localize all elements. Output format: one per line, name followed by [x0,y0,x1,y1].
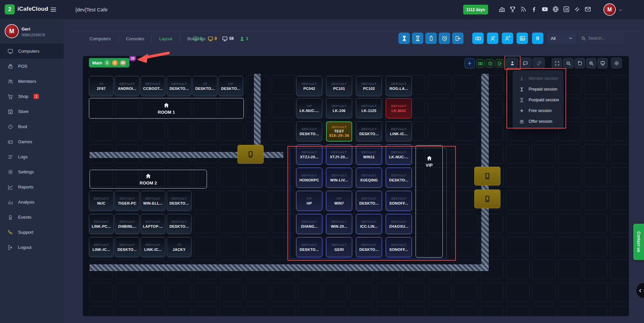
sidebar-item-members[interactable]: Members [0,74,64,89]
hamburger-menu-icon[interactable] [50,6,57,13]
sidebar-item-computers[interactable]: Computers [0,44,64,59]
mail-link[interactable] [584,6,591,13]
sidebar-item-support[interactable]: Support [0,225,64,240]
podium-link[interactable] [498,6,505,13]
computer-tile-TIGER-PC[interactable]: DEFAULTTIGER-PC [115,191,140,211]
sidebar-item-pos[interactable]: POS [0,59,64,74]
computer-tile-DESKTO[interactable]: AllDESKTO... [193,76,217,96]
computer-tile-LINK-IC[interactable]: DEFAULTLINK-IC... [141,237,165,257]
room-banner-vip[interactable]: VIP [416,145,443,258]
zoomout-button[interactable] [563,58,574,68]
i2-link[interactable] [563,6,570,13]
computer-tile-WIN7[interactable]: VIPWIN7 [326,191,352,211]
layers-link[interactable] [574,6,581,13]
computer-tile-DESKTO[interactable]: DEFAULTDESKTO... [115,237,140,257]
computer-tile-XTJY-20[interactable]: DEFAULTXTJY-20... [326,145,352,165]
edge-collapse-button[interactable]: ‹ [636,283,644,298]
expand-button[interactable] [552,58,562,68]
hourglassf-button[interactable] [398,33,410,44]
computer-tile-XTZJ-20[interactable]: DEFAULTXTZJ-20... [296,145,322,165]
computer-tile-LINK-IC[interactable]: DEFAULTLINK-IC... [386,121,412,142]
sidebar-item-store[interactable]: Store [0,104,64,119]
computer-tile-SONOFF[interactable]: DEFAULTSONOFF... [386,237,412,257]
facebook-link[interactable] [531,6,538,13]
computer-tile-SONOFF[interactable]: DEFAULTSONOFF... [386,191,412,211]
computer-tile-DESKTO[interactable]: DEFAULTDESKTO... [386,168,412,188]
user-avatar[interactable]: M [5,24,19,38]
computer-tile-DESKTO[interactable]: DEFAULTDESKTO... [296,121,322,142]
globe-link[interactable] [552,6,559,13]
history-button[interactable] [575,58,585,68]
computer-tile-PC101[interactable]: DEFAULTPC101 [326,76,352,96]
zoomin-button[interactable] [586,58,596,68]
sidebar-item-shop[interactable]: Shop1 [0,89,64,104]
sidebar-item-reports[interactable]: Reports [0,179,64,195]
money-button[interactable] [472,33,484,44]
contact-us-tab[interactable]: Contact us [633,224,644,260]
computer-tile-WIN11[interactable]: DEFAULTWIN11 [356,145,382,165]
settings-button[interactable] [611,58,622,68]
sidebar-item-analysis[interactable]: Analysis [0,195,64,210]
sidebar-item-boot[interactable]: Boot [0,119,64,134]
pause-button[interactable] [532,33,543,44]
computer-tile-PC042[interactable]: DEFAULTPC042 [296,76,322,96]
person-button[interactable] [506,58,518,68]
tab-computers[interactable]: Computers [82,36,118,41]
computer-tile-ZHIBINL[interactable]: DEFAULTZHIBINL... [115,214,140,234]
zone-main-button[interactable]: Main 1049 [89,58,129,67]
computer-tile-2F87[interactable]: All2F87 [89,76,114,96]
userstar-button[interactable] [487,33,498,44]
computer-tile-LK-NUC[interactable]: DEFAULTLK-NUC [386,98,412,118]
money-button[interactable] [476,59,485,68]
chat-button[interactable] [520,58,532,68]
youtube-link[interactable] [541,6,548,13]
computer-tile-ROG-LA[interactable]: DEFAULTROG-LA... [386,76,412,96]
days-remaining-badge[interactable]: 1112 days [463,5,488,14]
sidebar-item-events[interactable]: Events [0,210,64,225]
menu-item-offer-session[interactable]: Offer session [513,116,564,127]
hourglasso-button[interactable] [412,33,423,44]
computer-tile-DESKTO[interactable]: DEFAULTDESKTO... [167,214,192,234]
sidebar-item-settings[interactable]: Settings [0,164,64,179]
computer-tile-WIN-ELL[interactable]: DEFAULTWIN-ELL... [141,191,165,211]
sidebar-item-games[interactable]: Games [0,134,64,149]
search-input[interactable] [588,36,619,41]
brush-button[interactable] [533,58,545,68]
menu-item-prepaid-session[interactable]: Prepaid session [513,84,564,95]
computer-tile-LK-1125[interactable]: DEFAULTLK-1125 [356,98,382,118]
phone-station-tile[interactable] [474,190,500,208]
tab-layout[interactable]: Layout [152,36,180,41]
doorout-button[interactable] [495,59,504,68]
computer-tile-DESKTO[interactable]: DEFAULTDESKTO... [356,121,382,142]
trophy-link[interactable] [509,6,516,13]
computer-tile-XUEQING[interactable]: DEFAULTXUEQING [356,168,382,188]
computer-tile-PC102[interactable]: DEFAULTPC102 [356,76,382,96]
computer-tile-TEST[interactable]: DEFAULTTEST818:29:36 [326,121,352,142]
computer-tile-ANDROI[interactable]: DEFAULTANDROI... [115,76,140,96]
sidebar-item-logs[interactable]: Logs [0,149,64,164]
computer-tile-LINK-IC[interactable]: DEFAULTLINK-IC... [89,237,114,257]
alarm-button[interactable] [439,33,450,44]
doorout-button[interactable] [452,33,464,44]
computer-tile-HP[interactable]: VIPHP [296,191,322,211]
phone-station-tile[interactable] [474,167,500,185]
computer-tile-DESKTO[interactable]: VIPDESKTO... [218,76,243,96]
computer-tile-LK-106[interactable]: DEFAULTLK-106 [326,98,352,118]
computer-tile-DESKTO[interactable]: DEFAULTDESKTO... [167,191,192,211]
computer-tile-ZHAOXU[interactable]: DEFAULTZHAOXU... [386,214,412,234]
computer-tile-ICC-LIN[interactable]: DEFAULTICC-LIN... [356,214,382,234]
sidebar-item-logout[interactable]: Logout [0,240,64,255]
computer-tile-WIN-LIV[interactable]: DEFAULTWIN-LIV... [326,168,352,188]
menu-item-free-session[interactable]: Free session [513,105,564,116]
computer-tile-LK-NUC-[interactable]: DEFAULTLK-NUC-... [386,145,412,165]
chevron-down-icon[interactable] [618,8,623,12]
room-banner-room2[interactable]: ROOM 2 [90,170,207,189]
computer-tile-DESKTO[interactable]: DEFAULTDESKTO... [356,237,382,257]
rss-link[interactable] [520,6,527,13]
userplus-button[interactable] [502,33,513,44]
computer-tile-DESKTO[interactable]: DEFAULTDESKTO... [296,237,322,257]
room-banner-room1[interactable]: ROOM 1 [89,98,244,119]
computer-tile-WIN-20[interactable]: DEFAULTWIN-20... [326,214,352,234]
battery-button[interactable] [425,33,437,44]
tab-consoles[interactable]: Consoles [119,36,152,41]
